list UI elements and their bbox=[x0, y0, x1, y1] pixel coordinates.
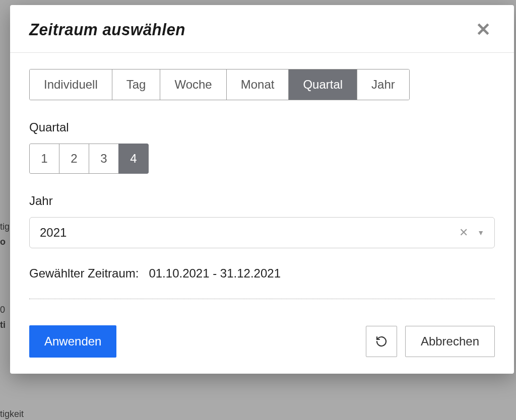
modal-header: Zeitraum auswählen ✕ bbox=[10, 5, 514, 53]
year-value: 2021 bbox=[40, 226, 459, 240]
close-button[interactable]: ✕ bbox=[472, 21, 495, 39]
apply-button[interactable]: Anwenden bbox=[29, 325, 116, 358]
tab-year[interactable]: Jahr bbox=[357, 69, 409, 100]
quarter-selector: 1 2 3 4 bbox=[29, 144, 149, 174]
tab-quarter[interactable]: Quartal bbox=[289, 69, 357, 100]
selected-range-label: Gewählter Zeitraum: bbox=[29, 266, 139, 280]
reset-button[interactable] bbox=[366, 326, 397, 357]
quarter-1-button[interactable]: 1 bbox=[29, 144, 59, 174]
clear-icon[interactable]: ✕ bbox=[459, 226, 468, 239]
tab-day[interactable]: Tag bbox=[112, 69, 161, 100]
tab-week[interactable]: Woche bbox=[160, 69, 226, 100]
bg-fragment: ti bbox=[0, 320, 6, 330]
selected-range: Gewählter Zeitraum: 01.10.2021 - 31.12.2… bbox=[29, 266, 495, 281]
bg-fragment: 0 bbox=[0, 305, 5, 315]
selected-range-value: 01.10.2021 - 31.12.2021 bbox=[149, 266, 281, 280]
divider bbox=[29, 299, 495, 299]
bg-fragment: tigkeit bbox=[0, 409, 24, 419]
modal-body: Individuell Tag Woche Monat Quartal Jahr… bbox=[10, 53, 514, 325]
chevron-down-icon: ▼ bbox=[477, 229, 484, 237]
bg-fragment: o bbox=[0, 237, 6, 247]
time-range-modal: Zeitraum auswählen ✕ Individuell Tag Woc… bbox=[10, 5, 514, 374]
year-select[interactable]: 2021 ✕ ▼ bbox=[29, 217, 495, 248]
quarter-2-button[interactable]: 2 bbox=[59, 144, 89, 174]
range-type-tabs: Individuell Tag Woche Monat Quartal Jahr bbox=[29, 69, 410, 100]
undo-icon bbox=[375, 335, 388, 347]
modal-title: Zeitraum auswählen bbox=[29, 20, 185, 39]
quarter-label: Quartal bbox=[29, 120, 495, 134]
cancel-button[interactable]: Abbrechen bbox=[405, 326, 495, 357]
quarter-4-button[interactable]: 4 bbox=[118, 144, 149, 174]
modal-footer: Anwenden Abbrechen bbox=[10, 325, 514, 374]
quarter-3-button[interactable]: 3 bbox=[89, 144, 119, 174]
tab-month[interactable]: Monat bbox=[227, 69, 289, 100]
tab-individual[interactable]: Individuell bbox=[30, 69, 112, 100]
year-label: Jahr bbox=[29, 194, 495, 208]
bg-fragment: tig bbox=[0, 222, 10, 232]
close-icon: ✕ bbox=[476, 19, 491, 40]
